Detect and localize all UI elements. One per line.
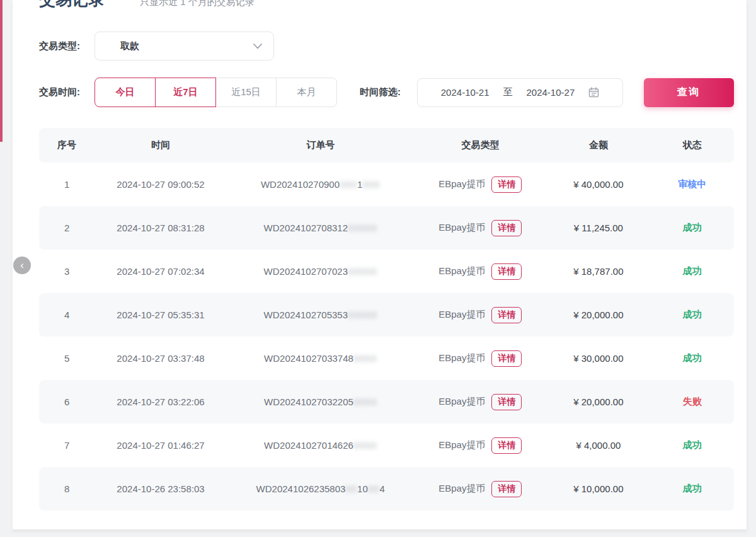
- chevron-down-icon: [253, 43, 262, 49]
- transaction-type-filter-row: 交易类型: 取款: [39, 32, 734, 61]
- quick-range-button-group: 今日 近7日 近15日 本月: [94, 78, 337, 107]
- cell-amount: ¥ 40,000.00: [546, 179, 650, 190]
- transaction-type-select[interactable]: 取款: [94, 32, 274, 61]
- column-header: 订单号: [227, 139, 415, 151]
- cell-status: 失败: [651, 396, 734, 408]
- cell-time: 2024-10-27 03:37:48: [94, 353, 227, 364]
- detail-button[interactable]: 详情: [491, 220, 522, 236]
- cell-transaction-type: EBpay提币 详情: [415, 437, 547, 454]
- cell-index: 1: [39, 179, 94, 190]
- redacted-order-digits: 0000: [353, 353, 377, 364]
- cell-order-no: WD2024102709000001000: [227, 179, 415, 190]
- redacted-order-digits: 0000: [353, 396, 377, 407]
- detail-button[interactable]: 详情: [491, 481, 522, 497]
- date-from-value: 2024-10-21: [441, 87, 490, 98]
- order-number-text: 1: [357, 179, 362, 190]
- quick-range-button[interactable]: 今日: [94, 78, 156, 107]
- cell-time: 2024-10-27 07:02:34: [94, 266, 227, 277]
- table-row: 7 2024-10-27 01:46:27 WD2024102701462600…: [39, 424, 734, 467]
- cell-status: 审核中: [651, 178, 734, 190]
- order-number-text: WD20241026235803: [256, 483, 346, 494]
- panel-header: 交易记录 只显示近 1 个月的交易记录: [39, 0, 734, 8]
- order-number-text: WD2024102708312: [264, 222, 348, 233]
- cell-index: 6: [39, 396, 94, 407]
- transaction-records-panel: 交易记录 只显示近 1 个月的交易记录 交易类型: 取款 交易时间: 今日 近7…: [13, 0, 747, 530]
- cell-time: 2024-10-27 09:00:52: [94, 179, 227, 190]
- table-row: 8 2024-10-26 23:58:03 WD2024102623580300…: [39, 467, 734, 511]
- quick-range-button[interactable]: 近7日: [155, 78, 216, 107]
- left-edge-accent-bar: [0, 0, 3, 142]
- transaction-type-value: 取款: [120, 40, 139, 52]
- column-header: 序号: [39, 139, 94, 151]
- detail-button[interactable]: 详情: [491, 394, 522, 410]
- chevron-left-icon: ‹: [20, 260, 24, 270]
- order-number-text: WD2024102705353: [264, 309, 348, 320]
- transaction-type-text: EBpay提币: [438, 396, 485, 408]
- transaction-type-label: 交易类型:: [39, 40, 94, 52]
- quick-range-button[interactable]: 近15日: [215, 78, 277, 107]
- cell-amount: ¥ 20,000.00: [546, 396, 650, 407]
- cell-amount: ¥ 30,000.00: [546, 353, 650, 364]
- redacted-order-digits: 00: [368, 483, 380, 494]
- date-range-separator: 至: [503, 86, 513, 98]
- table-body: 1 2024-10-27 09:00:52 WD2024102709000001…: [39, 163, 734, 511]
- table-row: 3 2024-10-27 07:02:34 WD2024102707023000…: [39, 250, 734, 293]
- redacted-order-digits: 000: [340, 179, 357, 190]
- calendar-icon: [588, 87, 599, 98]
- order-number-text: 10: [357, 483, 368, 494]
- transaction-type-text: EBpay提币: [438, 483, 485, 495]
- order-number-text: WD202410270900: [261, 179, 340, 190]
- detail-button[interactable]: 详情: [491, 176, 522, 193]
- cell-order-no: WD202410270535300000: [227, 309, 415, 320]
- column-header: 交易类型: [415, 139, 547, 151]
- cell-amount: ¥ 11,245.00: [546, 222, 650, 233]
- cell-time: 2024-10-27 08:31:28: [94, 222, 227, 233]
- page-title: 交易记录: [39, 0, 105, 8]
- transaction-type-text: EBpay提币: [438, 352, 485, 364]
- cell-status: 成功: [651, 265, 734, 277]
- cell-transaction-type: EBpay提币 详情: [415, 176, 547, 193]
- table-row: 2 2024-10-27 08:31:28 WD2024102708312000…: [39, 206, 734, 250]
- cell-time: 2024-10-27 03:22:06: [94, 396, 227, 407]
- transaction-type-text: EBpay提币: [438, 178, 485, 190]
- column-header: 金额: [546, 139, 650, 151]
- order-number-text: WD20241027032205: [264, 396, 353, 407]
- cell-time: 2024-10-26 23:58:03: [94, 483, 227, 494]
- detail-button[interactable]: 详情: [491, 307, 522, 323]
- cell-transaction-type: EBpay提币 详情: [415, 220, 547, 236]
- cell-transaction-type: EBpay提币 详情: [415, 350, 547, 367]
- date-range-picker[interactable]: 2024-10-21 至 2024-10-27: [417, 78, 623, 107]
- column-header: 状态: [651, 139, 734, 151]
- collapse-panel-button[interactable]: ‹: [13, 257, 31, 274]
- query-button[interactable]: 查询: [644, 78, 734, 107]
- cell-index: 2: [39, 222, 94, 233]
- cell-amount: ¥ 4,000.00: [546, 440, 650, 451]
- transaction-type-text: EBpay提币: [438, 265, 485, 277]
- detail-button[interactable]: 详情: [491, 350, 522, 367]
- transaction-time-filter-row: 交易时间: 今日 近7日 近15日 本月 时间筛选: 2024-10-21 至 …: [39, 78, 734, 107]
- cell-transaction-type: EBpay提币 详情: [415, 263, 547, 280]
- redacted-order-digits: 00000: [348, 266, 377, 277]
- order-number-text: WD20241027014626: [264, 440, 353, 451]
- transaction-time-label: 交易时间:: [39, 86, 94, 98]
- cell-time: 2024-10-27 05:35:31: [94, 309, 227, 320]
- cell-index: 3: [39, 266, 94, 277]
- date-to-value: 2024-10-27: [527, 87, 575, 98]
- cell-index: 7: [39, 440, 94, 451]
- transaction-type-text: EBpay提币: [438, 309, 485, 321]
- redacted-order-digits: 00000: [348, 222, 377, 233]
- order-number-text: WD20241027033748: [264, 353, 353, 364]
- cell-amount: ¥ 10,000.00: [546, 483, 650, 494]
- cell-order-no: WD202410270337480000: [227, 353, 415, 364]
- cell-status: 成功: [651, 352, 734, 364]
- cell-status: 成功: [651, 439, 734, 451]
- cell-index: 4: [39, 309, 94, 320]
- table-header-row: 序号时间订单号交易类型金额状态: [39, 128, 734, 163]
- detail-button[interactable]: 详情: [491, 263, 522, 280]
- quick-range-button[interactable]: 本月: [276, 78, 337, 107]
- cell-order-no: WD202410270831200000: [227, 222, 415, 233]
- detail-button[interactable]: 详情: [491, 437, 522, 454]
- order-number-text: 4: [379, 483, 384, 494]
- column-header: 时间: [94, 139, 227, 151]
- table-row: 5 2024-10-27 03:37:48 WD2024102703374800…: [39, 337, 734, 380]
